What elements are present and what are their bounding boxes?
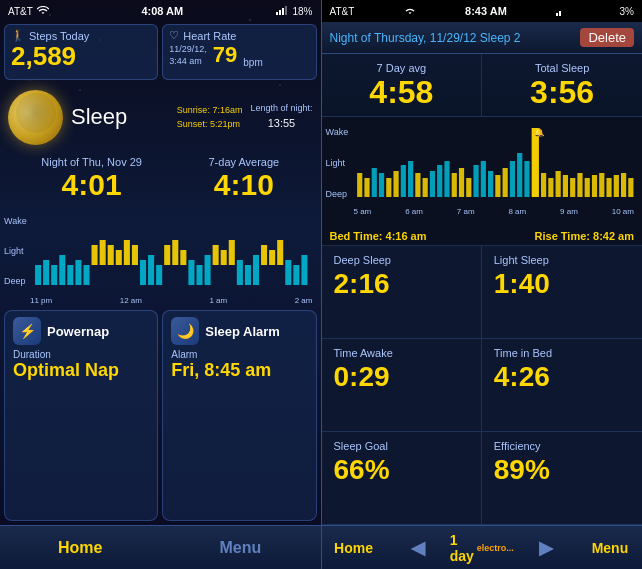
right-x-labels: 5 am 6 am 7 am 8 am 9 am 10 am [354,207,635,216]
svg-rect-22 [180,250,186,265]
right-status-bar: AT&T 8:43 AM 3% [322,0,643,22]
svg-rect-7 [59,255,65,285]
time-awake-cell: Time Awake 0:29 [322,339,482,432]
left-status-left: AT&T [8,6,49,17]
svg-rect-42 [371,168,376,197]
svg-rect-21 [172,240,178,265]
avg-value: 4:10 [208,168,279,202]
svg-rect-14 [116,250,122,265]
svg-rect-54 [458,168,463,197]
deep-sleep-value: 2:16 [334,268,469,300]
wifi-icon-right [404,6,416,16]
svg-rect-68 [555,171,560,197]
time-in-bed-label: Time in Bed [494,347,630,359]
one-day-tab: 1 day electro... [450,532,514,564]
powernap-widget[interactable]: ⚡ Powernap Duration Optimal Nap [4,310,158,521]
svg-rect-71 [577,173,582,197]
svg-rect-72 [584,178,589,197]
wake-label-right: Wake [326,127,349,137]
svg-rect-18 [148,255,154,285]
svg-rect-36 [293,265,299,285]
x-8am: 8 am [508,207,526,216]
sleep-dates: Night of Thu, Nov 29 4:01 7-day Average … [0,152,321,206]
svg-rect-26 [213,245,219,265]
x-7am: 7 am [457,207,475,216]
svg-rect-23 [188,260,194,285]
x-6am: 6 am [405,207,423,216]
svg-rect-10 [83,265,89,285]
carrier-right: AT&T [330,6,355,17]
light-label: Light [4,246,27,256]
svg-rect-47 [408,161,413,197]
next-arrow[interactable]: ▶ [514,537,578,559]
avg-block-right: 7 Day avg 4:58 [322,54,482,116]
left-status-bar: AT&T 4:08 AM 18% [0,0,321,22]
svg-rect-51 [437,165,442,197]
svg-rect-45 [393,171,398,197]
svg-rect-76 [613,175,618,197]
deep-label: Deep [4,276,27,286]
svg-rect-16 [132,245,138,265]
powernap-duration-label: Duration [13,349,149,360]
efficiency-value: 89% [494,454,630,486]
svg-rect-63 [524,161,529,197]
right-home-tab[interactable]: Home [322,540,386,556]
svg-rect-78 [628,178,633,197]
svg-rect-35 [285,260,291,285]
right-chart-svg: 🔔 [354,123,635,201]
prev-arrow[interactable]: ◀ [386,537,450,559]
svg-rect-62 [517,153,522,197]
right-chart-container: Wake Light Deep [322,117,643,227]
avg-block: 7-day Average 4:10 [208,156,279,202]
heart-bpm: 79 [213,42,237,68]
bedtime-row: Bed Time: 4:16 am Rise Time: 8:42 am [322,227,643,246]
svg-text:🔔: 🔔 [533,127,544,138]
wake-label: Wake [4,216,27,226]
light-sleep-cell: Light Sleep 1:40 [482,246,642,339]
summary-row: 7 Day avg 4:58 Total Sleep 3:56 [322,54,643,117]
svg-rect-46 [400,165,405,197]
svg-rect-33 [269,250,275,265]
right-menu-tab[interactable]: Menu [578,540,642,556]
svg-rect-41 [364,178,369,197]
sleep-chart-container: Wake Light Deep [0,206,321,306]
svg-rect-73 [591,175,596,197]
svg-rect-44 [386,178,391,197]
svg-rect-39 [559,11,561,16]
avg-label: 7-day Average [208,156,279,168]
sunrise-sunset: Sunrise: 7:16am Sunset: 5:21pm [177,103,243,132]
time-in-bed-value: 4:26 [494,361,630,393]
svg-rect-20 [164,245,170,265]
svg-rect-2 [282,8,284,15]
svg-rect-0 [276,12,278,15]
time-awake-label: Time Awake [334,347,469,359]
svg-rect-64 [531,128,538,197]
svg-rect-48 [415,173,420,197]
alarm-sub-label: Alarm [171,349,307,360]
total-block: Total Sleep 3:56 [481,54,642,116]
heart-date: 11/29/12, 3:44 am [169,43,207,68]
light-sleep-label: Light Sleep [494,254,630,266]
right-panel: AT&T 8:43 AM 3% Night of Thursday, 11/29… [322,0,643,569]
battery-left: 18% [292,6,312,17]
sleep-section: Sleep Sunrise: 7:16am Sunset: 5:21pm Len… [0,82,321,152]
deep-label-right: Deep [326,189,349,199]
watermark-text: electro... [477,543,514,553]
heart-content: 11/29/12, 3:44 am 79 bpm [169,42,309,68]
left-home-tab[interactable]: Home [0,539,160,557]
powernap-value: Optimal Nap [13,360,149,381]
deep-sleep-cell: Deep Sleep 2:16 [322,246,482,339]
svg-rect-3 [285,6,287,15]
time-right: 8:43 AM [465,5,507,17]
alarm-header: 🌙 Sleep Alarm [171,317,307,345]
svg-rect-8 [67,265,73,285]
steps-widget[interactable]: 🚶 Steps Today 2,589 [4,24,158,80]
svg-rect-28 [229,240,235,265]
left-menu-tab[interactable]: Menu [160,539,320,557]
alarm-title: Sleep Alarm [205,324,280,339]
delete-button[interactable]: Delete [580,28,634,47]
chart-x-labels: 11 pm 12 am 1 am 2 am [30,296,313,305]
svg-rect-60 [502,168,507,197]
alarm-widget[interactable]: 🌙 Sleep Alarm Alarm Fri, 8:45 am [162,310,316,521]
heart-widget[interactable]: ♡ Heart Rate 11/29/12, 3:44 am 79 bpm [162,24,316,80]
